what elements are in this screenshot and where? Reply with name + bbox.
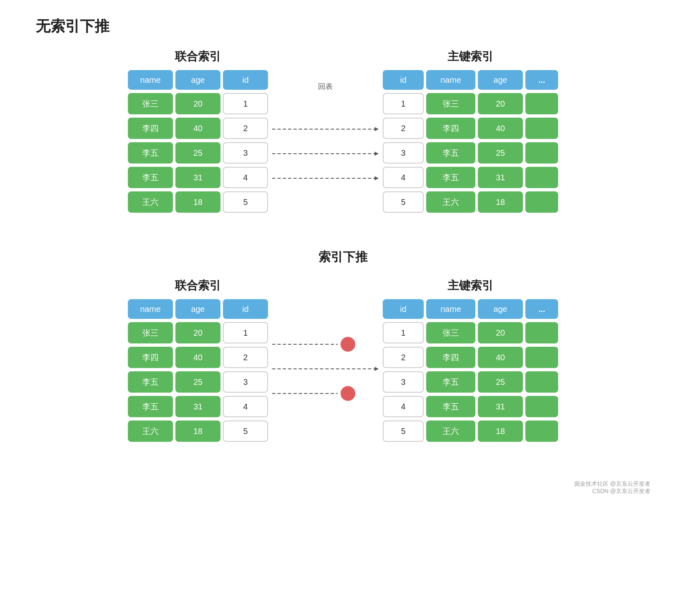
right2-cell-name-1: 李四 bbox=[426, 347, 475, 368]
svg-marker-1 bbox=[375, 127, 379, 131]
left-cell-name-3: 李五 bbox=[128, 167, 173, 188]
left2-cell-id-1: 2 bbox=[223, 347, 268, 368]
right2-cell-age-2: 25 bbox=[478, 371, 523, 393]
left-cell-name-1: 李四 bbox=[128, 118, 173, 139]
left-table-area-2: 联合索引 name age id 张三 20 1 李四 40 bbox=[128, 278, 268, 442]
left-header-row-2: name age id bbox=[128, 299, 268, 319]
right-header-row-1: id name age ... bbox=[383, 70, 558, 90]
right2-cell-dots-2 bbox=[525, 371, 558, 393]
left-row-1-2: 李五 25 3 bbox=[128, 142, 268, 164]
right-cell-dots-0 bbox=[525, 93, 558, 114]
left-header-row-1: name age id bbox=[128, 70, 268, 90]
left-cell-id-4: 5 bbox=[223, 191, 268, 213]
left2-cell-age-2: 25 bbox=[175, 371, 220, 393]
watermark: 掘金技术社区 @京东云开发者 CSDN @京东云开发者 bbox=[36, 480, 650, 495]
arrows-svg-2 bbox=[268, 311, 383, 450]
right2-col-dots-header: ... bbox=[525, 299, 558, 319]
right-col-id-header: id bbox=[383, 70, 424, 90]
left-table-area-1: 联合索引 name age id 张三 20 1 李四 bbox=[128, 49, 268, 213]
left2-cell-age-4: 18 bbox=[175, 421, 220, 442]
right-row-1-0: 1 张三 20 bbox=[383, 93, 558, 114]
right2-cell-dots-4 bbox=[525, 421, 558, 442]
left-data-rows-1: 张三 20 1 李四 40 2 李五 25 3 李五 bbox=[128, 93, 268, 213]
right-cell-name-3: 李五 bbox=[426, 167, 475, 188]
left-row-1-4: 王六 18 5 bbox=[128, 191, 268, 213]
right2-cell-dots-0 bbox=[525, 322, 558, 343]
right-cell-id-0: 1 bbox=[383, 93, 424, 114]
left-cell-id-3: 4 bbox=[223, 167, 268, 188]
right-cell-dots-1 bbox=[525, 118, 558, 139]
left-cell-id-0: 1 bbox=[223, 93, 268, 114]
right2-row-2: 3 李五 25 bbox=[383, 371, 558, 393]
left2-cell-name-1: 李四 bbox=[128, 347, 173, 368]
left2-row-4: 王六 18 5 bbox=[128, 421, 268, 442]
arrow-area-1: 回表 bbox=[268, 49, 383, 224]
right2-cell-id-2: 3 bbox=[383, 371, 424, 393]
left-cell-id-1: 2 bbox=[223, 118, 268, 139]
right2-col-id-header: id bbox=[383, 299, 424, 319]
right-cell-name-1: 李四 bbox=[426, 118, 475, 139]
right-col-name-header: name bbox=[426, 70, 475, 90]
left-row-1-0: 张三 20 1 bbox=[128, 93, 268, 114]
left-cell-id-2: 3 bbox=[223, 142, 268, 164]
left-row-1-3: 李五 31 4 bbox=[128, 167, 268, 188]
left-cell-name-2: 李五 bbox=[128, 142, 173, 164]
right2-cell-dots-3 bbox=[525, 396, 558, 417]
right2-cell-age-1: 40 bbox=[478, 347, 523, 368]
arrow-label-1: 回表 bbox=[268, 82, 383, 91]
left2-cell-age-1: 40 bbox=[175, 347, 220, 368]
right-table-label-1: 主键索引 bbox=[447, 49, 493, 64]
left-index-table-1: name age id 张三 20 1 李四 40 2 bbox=[128, 70, 268, 213]
right-table-area-1: 主键索引 id name age ... 1 张三 20 2 bbox=[383, 49, 558, 213]
left2-cell-name-2: 李五 bbox=[128, 371, 173, 393]
right-cell-dots-3 bbox=[525, 167, 558, 188]
svg-marker-5 bbox=[375, 176, 379, 180]
right2-cell-name-3: 李五 bbox=[426, 396, 475, 417]
right2-cell-dots-1 bbox=[525, 347, 558, 368]
main-title: 无索引下推 bbox=[36, 16, 650, 36]
left2-row-0: 张三 20 1 bbox=[128, 322, 268, 343]
right-table-label-2: 主键索引 bbox=[447, 278, 493, 293]
left2-row-3: 李五 31 4 bbox=[128, 396, 268, 417]
right-row-1-3: 4 李五 31 bbox=[383, 167, 558, 188]
svg-marker-9 bbox=[375, 367, 379, 371]
arrows-svg-1 bbox=[268, 95, 383, 223]
right2-cell-age-4: 18 bbox=[478, 421, 523, 442]
right2-row-0: 1 张三 20 bbox=[383, 322, 558, 343]
section-index-pushdown: 索引下推 联合索引 name age id 张三 20 1 李四 bbox=[36, 249, 650, 452]
left2-cell-name-0: 张三 bbox=[128, 322, 173, 343]
right-cell-id-4: 5 bbox=[383, 191, 424, 213]
right-index-table-1: id name age ... 1 张三 20 2 李四 40 bbox=[383, 70, 558, 213]
right2-cell-id-0: 1 bbox=[383, 322, 424, 343]
left-index-table-2: name age id 张三 20 1 李四 40 2 bbox=[128, 299, 268, 442]
right-cell-id-3: 4 bbox=[383, 167, 424, 188]
right-cell-age-3: 31 bbox=[478, 167, 523, 188]
right2-cell-id-4: 5 bbox=[383, 421, 424, 442]
left-col-age-header: age bbox=[175, 70, 220, 90]
svg-marker-3 bbox=[375, 152, 379, 156]
right-cell-name-2: 李五 bbox=[426, 142, 475, 164]
right-cell-age-0: 20 bbox=[478, 93, 523, 114]
left-cell-age-3: 31 bbox=[175, 167, 220, 188]
right-cell-id-1: 2 bbox=[383, 118, 424, 139]
right2-cell-age-3: 31 bbox=[478, 396, 523, 417]
right-cell-id-2: 3 bbox=[383, 142, 424, 164]
right-data-rows-1: 1 张三 20 2 李四 40 3 李五 25 bbox=[383, 93, 558, 213]
left-row-1-1: 李四 40 2 bbox=[128, 118, 268, 139]
section2-title: 索引下推 bbox=[36, 249, 650, 266]
right-cell-name-0: 张三 bbox=[426, 93, 475, 114]
left-data-rows-2: 张三 20 1 李四 40 2 李五 25 3 李五 bbox=[128, 322, 268, 442]
right-col-dots-header: ... bbox=[525, 70, 558, 90]
right2-col-age-header: age bbox=[478, 299, 523, 319]
diagram-pushdown: 联合索引 name age id 张三 20 1 李四 40 bbox=[36, 278, 650, 452]
left2-cell-age-0: 20 bbox=[175, 322, 220, 343]
svg-point-7 bbox=[341, 337, 355, 352]
left2-col-id-header: id bbox=[223, 299, 268, 319]
left-cell-name-0: 张三 bbox=[128, 93, 173, 114]
left2-col-age-header: age bbox=[175, 299, 220, 319]
right-data-rows-2: 1 张三 20 2 李四 40 3 李五 25 bbox=[383, 322, 558, 442]
left-col-name-header: name bbox=[128, 70, 173, 90]
left-col-id-header: id bbox=[223, 70, 268, 90]
arrow-area-2 bbox=[268, 278, 383, 452]
right2-row-3: 4 李五 31 bbox=[383, 396, 558, 417]
